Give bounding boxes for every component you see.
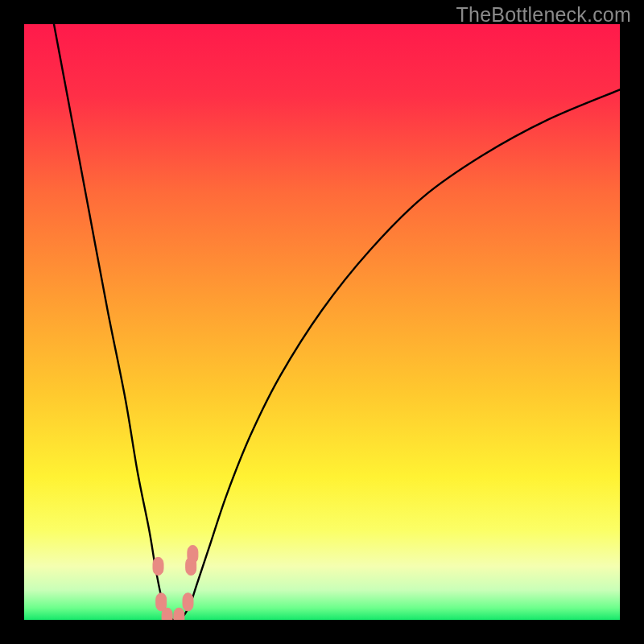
chart-frame: TheBottleneck.com — [0, 0, 644, 644]
watermark-text: TheBottleneck.com — [456, 3, 631, 27]
svg-rect-4 — [174, 608, 184, 620]
bottleneck-curve — [24, 24, 620, 620]
svg-rect-7 — [188, 546, 198, 564]
svg-rect-1 — [153, 557, 163, 575]
svg-rect-5 — [183, 593, 193, 611]
plot-area — [24, 24, 620, 620]
svg-rect-3 — [162, 608, 172, 620]
